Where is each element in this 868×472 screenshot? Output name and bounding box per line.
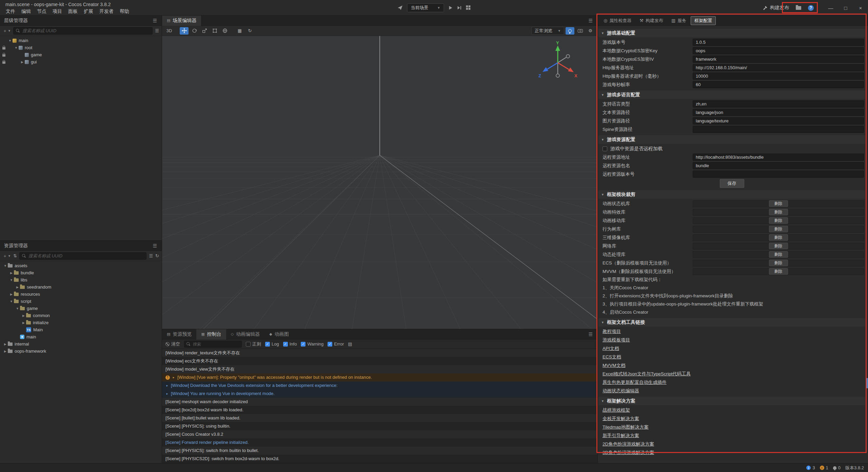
checkbox[interactable]: ✓ bbox=[328, 342, 332, 347]
sort-assets-icon[interactable]: ⇅ bbox=[13, 253, 17, 258]
step-button[interactable] bbox=[457, 5, 461, 10]
scene-viewport[interactable]: Y X Z bbox=[162, 36, 597, 329]
create-asset-button[interactable]: ＋▼ bbox=[3, 253, 11, 259]
doc-link[interactable]: 全栈开发解决方案 bbox=[603, 416, 639, 422]
world-space-toggle[interactable] bbox=[220, 27, 229, 35]
hierarchy-node[interactable]: game bbox=[0, 51, 162, 58]
delete-button[interactable]: 删除 bbox=[769, 200, 788, 207]
expand-arrow[interactable]: ▼ bbox=[14, 46, 19, 50]
doc-link[interactable]: 动画状态机编辑器 bbox=[603, 388, 639, 394]
log-row[interactable]: [Window] model_view文件夹不存在 bbox=[162, 365, 597, 373]
delete-button[interactable]: 删除 bbox=[769, 209, 788, 215]
inspector-tab-item[interactable]: ▥服务 bbox=[668, 16, 690, 25]
checkbox[interactable] bbox=[603, 146, 607, 151]
expand-arrow[interactable]: ▶ bbox=[15, 286, 20, 289]
delete-button[interactable]: 删除 bbox=[769, 217, 788, 224]
asset-node[interactable]: ▼game bbox=[0, 305, 162, 312]
section-header[interactable]: ▼游戏基础配置 bbox=[598, 29, 865, 37]
build-publish-button[interactable]: 构建发布 bbox=[759, 3, 792, 12]
hierarchy-search-input[interactable] bbox=[22, 28, 150, 34]
checkbox[interactable]: ✓ bbox=[301, 342, 305, 347]
section-header[interactable]: ▼游戏多语言配置 bbox=[598, 91, 865, 99]
log-filter-info[interactable]: ✓Info bbox=[283, 341, 297, 347]
notification-counter[interactable]: 0 bbox=[833, 465, 841, 470]
doc-link[interactable]: 教程项目 bbox=[603, 329, 621, 335]
inspector-tab-item[interactable]: ⚒构建发布 bbox=[636, 16, 667, 25]
scene-camera-button[interactable] bbox=[576, 27, 585, 35]
menu-item[interactable]: 节点 bbox=[34, 8, 50, 15]
config-input[interactable] bbox=[693, 154, 864, 161]
log-row[interactable]: [Scene] [PHYSICS]: using builtin. bbox=[162, 422, 597, 430]
create-node-button[interactable]: ＋▼ bbox=[3, 28, 11, 34]
checkbox[interactable]: ✓ bbox=[283, 342, 288, 347]
menu-item[interactable]: 面板 bbox=[65, 8, 81, 15]
console-tab-item[interactable]: ◇动画编辑器 bbox=[226, 329, 264, 339]
hierarchy-search[interactable] bbox=[13, 27, 153, 35]
expand-arrow[interactable]: ▼ bbox=[3, 264, 8, 268]
assets-menu-icon[interactable]: ☰ bbox=[151, 243, 159, 249]
asset-node[interactable]: ▼libs bbox=[0, 276, 162, 283]
asset-node[interactable]: ▶bundle bbox=[0, 269, 162, 276]
expand-arrow[interactable]: ▶ bbox=[3, 350, 8, 353]
tab-scene-editor[interactable]: ▤ 场景编辑器 bbox=[162, 16, 201, 26]
delete-button[interactable]: 删除 bbox=[769, 251, 788, 258]
asset-node[interactable]: ▼script bbox=[0, 298, 162, 305]
asset-node[interactable]: ▶initialize bbox=[0, 319, 162, 326]
log-row[interactable]: [Window] render_texture文件夹不存在 bbox=[162, 349, 597, 357]
log-row[interactable]: [Scene] [bullet]:bullet wasm lib loaded. bbox=[162, 414, 597, 422]
inspector-tab-item[interactable]: ◎属性检查器 bbox=[600, 16, 635, 25]
config-input[interactable] bbox=[693, 126, 864, 133]
menu-item[interactable]: 文件 bbox=[3, 8, 18, 15]
hierarchy-node[interactable]: ▶gui bbox=[0, 58, 162, 65]
config-input[interactable] bbox=[693, 39, 864, 46]
doc-link[interactable]: 战棋游戏框架 bbox=[603, 407, 630, 413]
delete-button[interactable]: 删除 bbox=[769, 243, 788, 249]
log-row[interactable]: [Scene] [PHYSICS]: switch from builtin t… bbox=[162, 447, 597, 455]
clear-console-button[interactable]: 清空 bbox=[165, 341, 180, 347]
config-checkbox-row[interactable]: 游戏中资源是否远程加载 bbox=[598, 144, 865, 153]
console-tab-item[interactable]: ▤资源预览 bbox=[162, 329, 196, 339]
menu-item[interactable]: 帮助 bbox=[117, 8, 132, 15]
hierarchy-node[interactable]: ▼root bbox=[0, 44, 162, 51]
log-row[interactable]: [Scene] [PHYSICS2D]: switch from box2d-w… bbox=[162, 455, 597, 463]
expand-caret[interactable]: ▸ bbox=[172, 373, 175, 381]
hierarchy-filter-icon[interactable]: ☰ bbox=[155, 28, 159, 33]
expand-arrow[interactable]: ▶ bbox=[3, 342, 8, 346]
config-input[interactable] bbox=[693, 162, 864, 169]
regex-toggle[interactable]: 正则 bbox=[246, 341, 261, 347]
asset-node[interactable]: ▶seedrandom bbox=[0, 283, 162, 291]
delete-button[interactable]: 删除 bbox=[769, 268, 788, 275]
delete-button[interactable]: 删除 bbox=[769, 234, 788, 241]
log-row[interactable]: [Scene] [box2d]:box2d wasm lib loaded. bbox=[162, 406, 597, 414]
menu-item[interactable]: 扩展 bbox=[81, 8, 96, 15]
message-counter[interactable]: i 3 bbox=[806, 465, 815, 470]
log-row[interactable]: [Scene] Forward render pipeline initiali… bbox=[162, 438, 597, 447]
assets-search[interactable] bbox=[19, 252, 147, 260]
section-header[interactable]: ▼框架解决方案 bbox=[598, 397, 865, 405]
doc-link[interactable]: 游戏模板项目 bbox=[603, 337, 630, 343]
view-mode-dropdown[interactable]: 正常浏览 ▼ bbox=[531, 27, 564, 35]
doc-link[interactable]: Excel格式转Json文件与TypeScript代码工具 bbox=[603, 371, 691, 377]
doc-link[interactable]: 新手引导解决方案 bbox=[603, 433, 639, 439]
console-search-input[interactable] bbox=[192, 341, 239, 347]
regex-checkbox[interactable] bbox=[246, 342, 251, 347]
scroll-lock-icon[interactable]: ▤ bbox=[348, 341, 352, 347]
close-button[interactable]: × bbox=[853, 0, 868, 16]
config-input[interactable] bbox=[693, 47, 864, 54]
minimize-button[interactable]: — bbox=[823, 0, 838, 16]
scene-light-toggle[interactable] bbox=[566, 27, 574, 35]
assets-filter-icon[interactable]: ☰ bbox=[149, 253, 153, 258]
log-row[interactable]: !▸[Window] [Vue warn]: Property "onInput… bbox=[162, 373, 597, 381]
asset-node[interactable]: ▶common bbox=[0, 312, 162, 319]
console-tab-active[interactable]: ▦控制台 bbox=[196, 329, 226, 339]
scale-tool[interactable] bbox=[200, 27, 209, 35]
maximize-button[interactable]: □ bbox=[838, 0, 853, 16]
expand-arrow[interactable]: ▶ bbox=[9, 271, 14, 275]
expand-arrow[interactable]: ▼ bbox=[15, 307, 20, 310]
log-row[interactable]: [Scene] Cocos Creator v3.8.2 bbox=[162, 430, 597, 438]
rotate-tool[interactable] bbox=[190, 27, 199, 35]
log-row[interactable]: [Window] ecs文件夹不存在 bbox=[162, 357, 597, 365]
config-input[interactable] bbox=[693, 64, 864, 71]
console-tab-item[interactable]: ◆动画图 bbox=[264, 329, 293, 339]
rect-tool[interactable] bbox=[210, 27, 219, 35]
